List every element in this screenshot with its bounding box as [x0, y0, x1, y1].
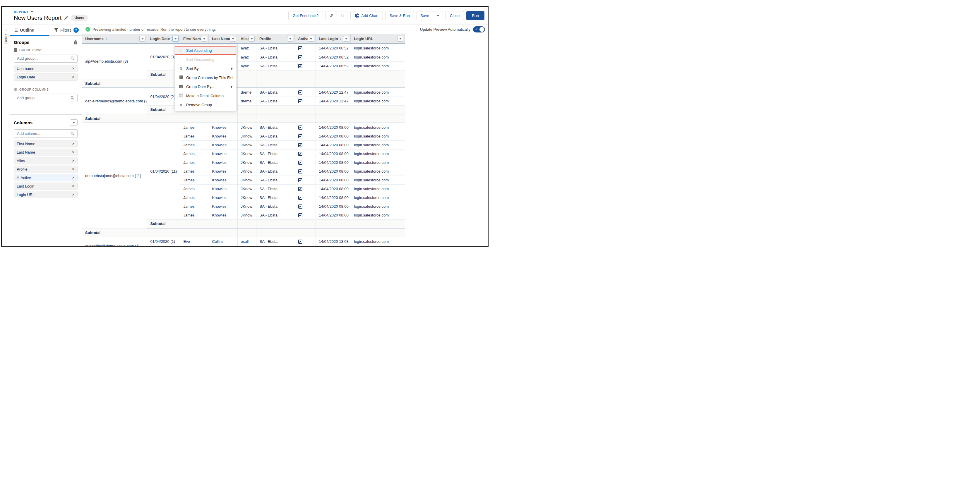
active-checkbox[interactable]	[298, 55, 302, 59]
active-checkbox[interactable]	[298, 160, 302, 165]
undo-button[interactable]: ↺	[326, 11, 337, 20]
field-pill-profile[interactable]: Profile✕	[14, 166, 78, 173]
remove-field-icon[interactable]: ✕	[72, 193, 75, 197]
cell-profile: SA - Ebsta	[256, 211, 295, 219]
field-pill-text: Last Login	[17, 184, 34, 189]
active-checkbox[interactable]	[298, 178, 302, 182]
field-pill-last-login[interactable]: Last Login✕	[14, 182, 78, 190]
preview-status-bar: ✓ Previewing a limited number of records…	[82, 25, 488, 34]
cell-username-group[interactable]: evecollins@demo.ebsta.com (1)	[82, 237, 147, 247]
add-group-columns-input[interactable]	[17, 96, 70, 100]
active-checkbox[interactable]	[298, 134, 302, 138]
remove-field-icon[interactable]: ✕	[72, 151, 75, 154]
cell-login-date-group[interactable]: 01/04/2020 (1)	[147, 237, 180, 246]
auto-update-toggle[interactable]: ✓	[473, 26, 485, 32]
active-checkbox[interactable]	[298, 187, 302, 191]
tab-outline[interactable]: Outline	[10, 25, 51, 35]
menu-item-sort-descending[interactable]: ↓Sort Descending	[175, 55, 236, 64]
field-pill-login-date[interactable]: Login Date✕	[14, 73, 78, 81]
column-header-username: Username↑	[82, 34, 147, 43]
active-checkbox[interactable]	[298, 213, 302, 217]
edit-pencil-icon[interactable]	[64, 16, 68, 20]
column-header-label: Login URL	[354, 36, 373, 41]
active-checkbox[interactable]	[298, 240, 302, 244]
got-feedback-button[interactable]: Got Feedback?	[288, 11, 323, 20]
menu-item-sort-by[interactable]: ⇅Sort By...	[175, 64, 236, 73]
chevron-down-icon	[436, 15, 439, 17]
column-menu-button-login-url[interactable]	[397, 36, 403, 41]
remove-field-icon[interactable]: ✕	[72, 159, 75, 163]
column-menu-button-active[interactable]	[308, 36, 314, 41]
active-checkbox[interactable]	[298, 90, 302, 95]
delete-groups-trash-icon[interactable]	[73, 40, 78, 44]
cell-username-group[interactable]: danielremedios@demo.ebsta.com (2)	[82, 88, 147, 114]
column-menu-button-alias[interactable]	[248, 36, 255, 41]
column-menu-button-last-name[interactable]	[230, 36, 236, 41]
cell-profile: SA - Ebsta	[256, 176, 295, 184]
active-checkbox[interactable]	[298, 143, 302, 147]
cell-login_url: login.salesforce.com	[351, 123, 405, 132]
cell-login_url: login.salesforce.com	[351, 167, 405, 176]
cell-last_login: 14/04/2020 06:52	[315, 53, 351, 62]
menu-item-sort-ascending[interactable]: ↑Sort Ascending	[175, 46, 236, 55]
active-checkbox[interactable]	[298, 125, 302, 130]
field-pill-label: Last Name	[17, 150, 35, 154]
remove-field-icon[interactable]: ✕	[72, 142, 75, 146]
fields-panel-collapsed[interactable]: › Fields	[2, 25, 10, 246]
active-checkbox[interactable]	[298, 196, 302, 200]
column-menu-button-first-name[interactable]	[201, 36, 207, 41]
field-pill-username[interactable]: Username✕	[14, 65, 78, 72]
save-and-run-button[interactable]: Save & Run	[385, 11, 414, 20]
remove-field-icon[interactable]: ✕	[72, 67, 75, 70]
cell-last_login: 14/04/2020 08:00	[315, 149, 351, 158]
column-menu-button-username[interactable]	[139, 36, 145, 41]
cell-last: Knowles	[209, 211, 237, 219]
active-checkbox[interactable]	[298, 152, 302, 156]
cell-login-date-group[interactable]: 01/04/2020 (11)	[147, 123, 180, 219]
menu-item-make-a-detail-column[interactable]: Make a Detail Column	[175, 91, 236, 100]
cell-username-group[interactable]: alp@demo.ebsta.com (3)	[82, 44, 147, 79]
tab-filters[interactable]: Filters 2	[51, 25, 82, 35]
cell-empty	[351, 70, 405, 79]
column-menu-button-login-date[interactable]	[172, 36, 178, 41]
column-menu-button-profile[interactable]	[287, 36, 293, 41]
save-dropdown-button[interactable]	[433, 11, 443, 20]
remove-field-icon[interactable]: ✕	[72, 184, 75, 188]
cell-username-group[interactable]: demoebstajame@ebsta.com (11)	[82, 123, 147, 228]
add-group-input[interactable]	[17, 56, 70, 60]
run-button[interactable]: Run	[466, 11, 484, 20]
chevron-down-icon	[399, 38, 402, 40]
cell-first: James	[180, 211, 209, 219]
cell-empty	[315, 114, 351, 123]
active-checkbox[interactable]	[298, 46, 302, 50]
field-pill-login-url[interactable]: Login URL✕	[14, 191, 78, 198]
cell-empty	[209, 228, 237, 237]
cell-login_url: login.salesforce.com	[351, 158, 405, 167]
redo-button[interactable]: ↻	[337, 11, 348, 20]
field-pill-alias[interactable]: Alias✕	[14, 157, 78, 164]
remove-field-icon[interactable]: ✕	[72, 167, 75, 171]
menu-item-remove-group[interactable]: ✕Remove Group	[175, 100, 236, 109]
cell-alias: JKnow	[237, 167, 256, 176]
field-pill-last-name[interactable]: Last Name✕	[14, 149, 78, 156]
close-button[interactable]: Close	[445, 11, 464, 20]
active-checkbox[interactable]	[298, 170, 302, 173]
cell-empty	[295, 228, 315, 237]
add-chart-button[interactable]: Add Chart	[350, 11, 383, 20]
cell-empty	[256, 228, 295, 237]
column-menu-button-last-login[interactable]	[343, 36, 349, 41]
field-pill-first-name[interactable]: First Name✕	[14, 140, 78, 148]
remove-field-icon[interactable]: ✕	[72, 75, 75, 79]
active-checkbox[interactable]	[298, 64, 302, 68]
add-column-input[interactable]	[17, 132, 70, 136]
save-button[interactable]: Save	[417, 11, 433, 20]
field-pill-active[interactable]: #Active✕	[14, 174, 78, 181]
active-checkbox[interactable]	[298, 205, 302, 209]
remove-field-icon[interactable]: ✕	[72, 176, 75, 179]
menu-item-group-columns-by-this-field[interactable]: Group Columns by This Field	[175, 73, 236, 82]
report-type-menu[interactable]: REPORT	[14, 10, 88, 14]
columns-menu-button[interactable]	[70, 119, 78, 126]
active-checkbox[interactable]	[298, 99, 302, 103]
report-type-label: REPORT	[14, 10, 29, 14]
menu-item-group-date-by[interactable]: Group Date By...	[175, 82, 236, 91]
